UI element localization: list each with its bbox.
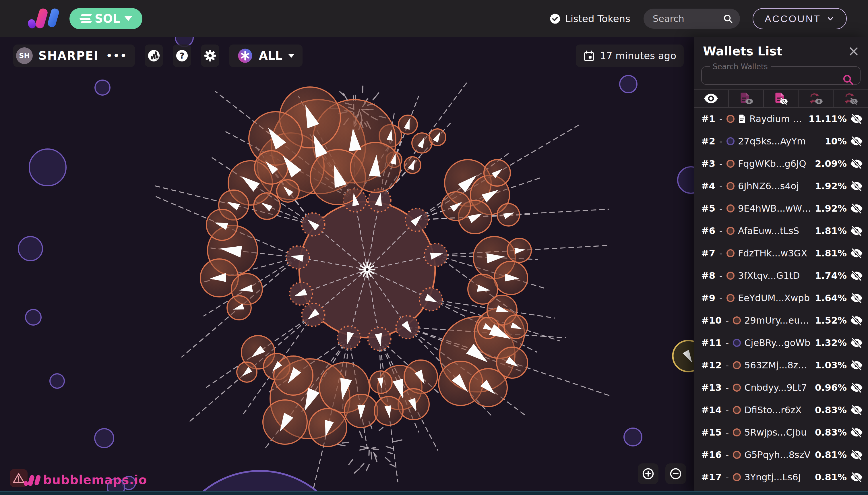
wallet-row[interactable]: #3-FqgWKb...g6JQ2.09%	[694, 152, 868, 175]
wallet-row[interactable]: #15-5Rwjps...Cjbu0.83%	[694, 421, 868, 444]
wallet-address[interactable]: 3Yngtj...Ls6J	[744, 472, 801, 483]
hide-wallet-icon[interactable]	[850, 338, 863, 348]
wallet-row[interactable]: #8-3fXtqv...G1tD1.74%	[694, 264, 868, 287]
wallet-row[interactable]: #1- Raydium Autho...11.11%	[694, 108, 868, 130]
wallet-row[interactable]: #5-9E4hWB...wWzy1.92%	[694, 197, 868, 220]
wallet-address[interactable]: G5Pqyh...8szV	[744, 449, 810, 460]
wallet-address[interactable]: 3fXtqv...G1tD	[738, 270, 800, 281]
filter-contracts-hidden[interactable]	[763, 90, 798, 107]
wallet-row[interactable]: #16-G5Pqyh...8szV0.81%	[694, 444, 868, 466]
wallet-address[interactable]: 6JhNZ6...s4oj	[738, 181, 799, 191]
window-bottom-edge	[0, 491, 868, 495]
wallet-bubble-swatch	[733, 317, 741, 324]
wallet-row[interactable]: #11-CjeBRy...goWb1.32%	[694, 331, 868, 354]
network-selector-button[interactable]: SOL	[69, 8, 142, 29]
chevron-down-icon	[125, 16, 132, 21]
filter-transfers-hidden[interactable]	[833, 90, 868, 107]
wallet-percентage: 0.83%	[815, 405, 847, 415]
bubblemaps-logo-icon[interactable]	[28, 8, 62, 30]
wallet-row[interactable]: #17-3Yngtj...Ls6J0.81%	[694, 466, 868, 489]
bubblemaps-footer-logo[interactable]: bubblemaps.io	[10, 469, 147, 487]
hide-wallet-icon[interactable]	[850, 136, 863, 147]
wallet-address[interactable]: DfiSto...r6zX	[744, 405, 801, 415]
wallet-address[interactable]: 5Rwjps...Cjbu	[744, 427, 806, 438]
wallet-address[interactable]: FqgWKb...g6JQ	[738, 158, 806, 169]
wallet-rank: #5	[701, 203, 715, 214]
wallet-rank: #13	[701, 382, 722, 393]
question-mark-icon: ?	[175, 49, 189, 62]
wallet-address[interactable]: AfaEuw...tLsS	[738, 225, 799, 236]
help-button[interactable]: ?	[173, 45, 191, 67]
wallet-row[interactable]: #10-29mUry...euq81.52%	[694, 309, 868, 331]
wallet-row[interactable]: #14-DfiSto...r6zX0.83%	[694, 399, 868, 421]
hide-wallet-icon[interactable]	[850, 472, 863, 482]
wallet-address[interactable]: CjeBRy...goWb	[744, 337, 810, 348]
hide-wallet-icon[interactable]	[850, 450, 863, 460]
wallet-address[interactable]: 27q5ks...AyYm	[738, 136, 806, 147]
wallet-percентage: 1.92%	[815, 203, 847, 214]
token-chip[interactable]: SH SHARPEI •••	[13, 45, 135, 67]
hide-wallet-icon[interactable]	[850, 360, 863, 370]
wallet-bubble-swatch	[727, 294, 734, 302]
wallet-address[interactable]: EeYdUM...Xwpb	[738, 293, 810, 304]
hide-wallet-icon[interactable]	[850, 181, 863, 191]
wallet-percентage: 1.92%	[815, 181, 847, 191]
wallet-rank: #14	[701, 405, 722, 415]
wallet-row[interactable]: #2-27q5ks...AyYm10%	[694, 130, 868, 152]
wallet-address[interactable]: Cnbdyy...9Lt7	[744, 382, 807, 393]
wallet-bubble-swatch	[727, 160, 734, 168]
wallet-visibility-filters	[694, 89, 868, 108]
wallet-filter-dropdown[interactable]: ALL	[229, 45, 302, 67]
hide-wallet-icon[interactable]	[850, 405, 863, 415]
zoom-out-button[interactable]	[665, 463, 686, 484]
search-input[interactable]	[652, 13, 723, 24]
close-icon[interactable]	[848, 46, 860, 57]
wallet-row[interactable]: #6-AfaEuw...tLsS1.81%	[694, 220, 868, 242]
hide-wallet-icon[interactable]	[850, 114, 863, 124]
filter-contracts-visible[interactable]	[728, 90, 763, 107]
hide-wallet-icon[interactable]	[850, 315, 863, 326]
wallet-row[interactable]: #13-Cnbdyy...9Lt70.96%	[694, 376, 868, 399]
rank-separator: -	[719, 271, 723, 281]
wallet-bubble-swatch	[733, 406, 741, 414]
listed-tokens-toggle[interactable]: Listed Tokens	[549, 13, 630, 25]
wallet-address[interactable]: FdzTHk...w3GX	[738, 248, 807, 259]
wallet-rank: #3	[701, 158, 715, 169]
wallet-row[interactable]: #4-6JhNZ6...s4oj1.92%	[694, 175, 868, 197]
wallet-address[interactable]: 563ZMj...8zBW	[744, 360, 812, 371]
rank-separator: -	[719, 114, 723, 124]
hide-wallet-icon[interactable]	[850, 248, 863, 258]
hide-wallet-icon[interactable]	[850, 226, 863, 236]
filter-transfers-visible[interactable]	[798, 90, 833, 107]
search-icon[interactable]	[841, 73, 854, 86]
hide-wallet-icon[interactable]	[850, 271, 863, 281]
last-updated-button[interactable]: 17 minutes ago	[576, 45, 684, 67]
wallet-row[interactable]: #12-563ZMj...8zBW1.03%	[694, 354, 868, 376]
hide-wallet-icon[interactable]	[850, 293, 863, 303]
filter-show-all-eye[interactable]	[694, 90, 728, 107]
hide-wallet-icon[interactable]	[850, 203, 863, 214]
svg-text:?: ?	[179, 51, 184, 61]
global-search	[644, 8, 740, 29]
wallet-row[interactable]: #9-EeYdUM...Xwpb1.64%	[694, 287, 868, 309]
wallet-address[interactable]: Raydium Autho...	[749, 114, 805, 124]
settings-button[interactable]	[201, 45, 219, 67]
chart-view-button[interactable]	[145, 45, 163, 67]
search-icon[interactable]	[723, 14, 733, 24]
wallet-row[interactable]: #7-FdzTHk...w3GX1.81%	[694, 242, 868, 264]
token-name: SHARPEI	[38, 49, 99, 62]
wallet-rank: #15	[701, 427, 722, 438]
wallet-address[interactable]: 9E4hWB...wWzy	[738, 203, 812, 214]
wallet-search-label: Search Wallets	[713, 62, 768, 71]
hide-wallet-icon[interactable]	[850, 427, 863, 438]
hide-wallet-icon[interactable]	[850, 158, 863, 169]
wallet-percентage: 0.81%	[815, 472, 847, 483]
wallet-percентage: 1.64%	[815, 293, 847, 304]
hide-wallet-icon[interactable]	[850, 382, 863, 393]
wallet-rank: #9	[701, 293, 715, 304]
wallet-address[interactable]: 29mUry...euq8	[744, 315, 812, 326]
zoom-in-button[interactable]	[638, 463, 658, 484]
wallet-search-input[interactable]	[708, 71, 819, 88]
account-button[interactable]: ACCOUNT	[752, 8, 847, 29]
token-more-button[interactable]: •••	[106, 50, 127, 62]
